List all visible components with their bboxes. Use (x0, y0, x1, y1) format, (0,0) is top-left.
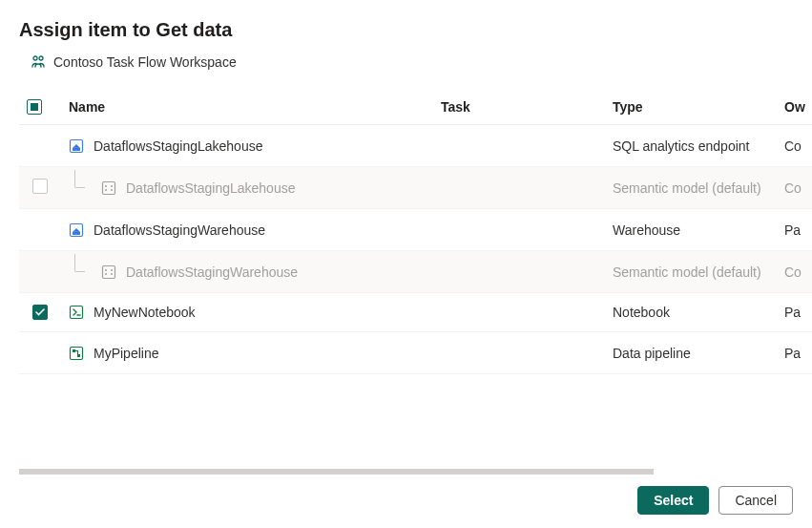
item-owner: Co (777, 167, 812, 209)
svg-point-11 (111, 269, 113, 271)
svg-point-10 (105, 269, 107, 271)
svg-point-6 (105, 189, 107, 191)
model-icon (101, 264, 116, 280)
svg-point-7 (111, 189, 113, 191)
column-header-task[interactable]: Task (433, 89, 605, 125)
svg-rect-16 (73, 349, 75, 352)
row-checkbox[interactable] (32, 305, 48, 320)
item-name: DataflowsStagingLakehouse (126, 180, 295, 196)
item-task (433, 251, 605, 293)
select-button[interactable]: Select (637, 486, 709, 515)
cancel-button[interactable]: Cancel (718, 486, 793, 515)
item-name: DataflowsStagingLakehouse (94, 138, 262, 154)
column-header-name[interactable]: Name (61, 89, 433, 125)
item-name: DataflowsStagingWarehouse (94, 222, 265, 238)
svg-rect-9 (103, 265, 115, 278)
item-type: Warehouse (605, 209, 777, 251)
table-row[interactable]: DataflowsStagingLakehouseSQL analytics e… (19, 125, 812, 167)
svg-point-4 (105, 185, 107, 187)
model-icon (101, 180, 116, 196)
svg-point-12 (105, 273, 107, 275)
svg-rect-17 (77, 354, 80, 357)
workspace-name: Contoso Task Flow Workspace (53, 54, 237, 70)
column-header-type[interactable]: Type (605, 89, 777, 125)
item-task (433, 209, 605, 251)
select-all-checkbox[interactable] (27, 99, 42, 115)
table-row[interactable]: MyPipelineData pipelinePa (19, 332, 812, 374)
table-row[interactable]: MyNewNotebookNotebookPa (19, 293, 812, 332)
warehouse-icon (69, 138, 84, 154)
warehouse-icon (69, 222, 84, 238)
items-table: Name Task Type Ow DataflowsStagingLakeho… (19, 89, 812, 374)
svg-rect-3 (103, 181, 115, 194)
row-checkbox[interactable] (32, 179, 48, 194)
svg-rect-15 (71, 347, 83, 359)
item-owner: Pa (777, 209, 812, 251)
svg-point-13 (111, 273, 113, 275)
item-type: Semantic model (default) (605, 167, 777, 209)
item-name: DataflowsStagingWarehouse (126, 264, 298, 280)
item-type: Semantic model (default) (605, 251, 777, 293)
dialog-title: Assign item to Get data (19, 19, 793, 41)
table-row[interactable]: DataflowsStagingWarehouseSemantic model … (19, 251, 812, 293)
item-task (433, 332, 605, 374)
item-task (433, 293, 605, 332)
item-owner: Pa (777, 332, 812, 374)
item-owner: Pa (777, 293, 812, 332)
horizontal-scrollbar[interactable] (19, 469, 793, 475)
item-name: MyPipeline (94, 346, 158, 361)
workspace-breadcrumb: Contoso Task Flow Workspace (31, 54, 793, 70)
item-owner: Co (777, 125, 812, 167)
item-name: MyNewNotebook (94, 305, 196, 320)
item-owner: Co (777, 251, 812, 293)
table-row[interactable]: DataflowsStagingLakehouseSemantic model … (19, 167, 812, 209)
tree-indent-icon (69, 180, 92, 197)
column-header-owner[interactable]: Ow (777, 89, 812, 125)
tree-indent-icon (69, 264, 92, 281)
svg-point-1 (39, 56, 43, 60)
svg-point-0 (33, 56, 37, 60)
item-type: SQL analytics endpoint (605, 125, 777, 167)
dialog-footer: Select Cancel (637, 486, 793, 515)
item-type: Notebook (605, 293, 777, 332)
workspace-icon (31, 54, 46, 70)
item-task (433, 167, 605, 209)
svg-point-5 (111, 185, 113, 187)
table-row[interactable]: DataflowsStagingWarehouseWarehousePa (19, 209, 812, 251)
notebook-icon (69, 305, 84, 320)
item-task (433, 125, 605, 167)
scrollbar-thumb[interactable] (19, 469, 654, 475)
item-type: Data pipeline (605, 332, 777, 374)
pipeline-icon (69, 346, 84, 361)
